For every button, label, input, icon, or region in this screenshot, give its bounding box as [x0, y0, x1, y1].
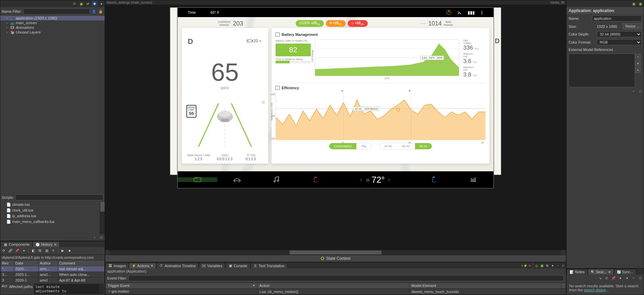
eff-cursor[interactable] [397, 108, 400, 111]
scripts-filter-input[interactable] [15, 194, 103, 200]
col-trigger[interactable]: Trigger Event ▲ [106, 283, 257, 289]
sync-icon[interactable]: ⟳ [72, 1, 77, 6]
maximize3-icon[interactable]: □ [638, 88, 643, 94]
col-comment[interactable]: Comment [58, 260, 104, 266]
toggle-view[interactable]: Consumption Trip [329, 143, 371, 150]
target-icon[interactable]: ◎ [534, 263, 539, 268]
nav-car[interactable] [217, 175, 257, 184]
tab-variables[interactable]: {x}Variables [199, 263, 225, 269]
move-icon[interactable]: ✥ [92, 1, 97, 6]
minimize-icon[interactable]: − [92, 235, 97, 240]
tab-animation-timeline[interactable]: ⏱Animation Timeline [156, 263, 199, 269]
run-icon[interactable]: ▶ [60, 248, 65, 253]
close-icon[interactable]: ✕ [608, 270, 611, 274]
tree-application[interactable]: ▹📺application (1920 x 1080) [0, 16, 105, 20]
tab-history[interactable]: 🕑History✕ [33, 241, 59, 247]
script-item[interactable]: 📄 ip_address.lua [0, 213, 105, 219]
link-icon[interactable]: ⇄ [85, 1, 91, 6]
history-icon[interactable]: ⏲ [604, 275, 609, 281]
menu2-icon[interactable]: ▾ [550, 263, 555, 268]
lock-icon[interactable]: 🔒 [98, 9, 103, 14]
pin-icon[interactable]: 📌 [14, 248, 20, 253]
events-scrollbar[interactable] [561, 283, 566, 289]
maximize-icon[interactable]: □ [99, 235, 104, 240]
tree-animations[interactable]: ▹🎞Animations [0, 25, 105, 30]
depth-select[interactable]: 32 bit (8888) [597, 31, 642, 37]
run-search-icon[interactable]: ↘ [597, 275, 603, 281]
col-action[interactable]: Action [257, 283, 409, 289]
canvas-tab-right[interactable]: media_lib [550, 1, 565, 4]
tab-images[interactable]: 🖼Images [105, 263, 129, 269]
tab-console[interactable]: ▣Console [225, 263, 250, 269]
ext-refs-list[interactable]: + ✕ ✎ [569, 54, 635, 87]
nav-seat-heat[interactable] [296, 175, 336, 184]
table-row[interactable]: *...2020-...amc...last minute adj... [1, 266, 105, 272]
name-input[interactable] [592, 15, 642, 21]
tab-actions[interactable]: ⚡Actions✕ [129, 263, 156, 269]
refresh-icon[interactable]: ⟳ [1, 248, 6, 253]
script-item[interactable]: 📄 main_menu_callbacks.lua [0, 219, 105, 225]
resize-button[interactable]: Resize ... [623, 23, 642, 29]
col-rev[interactable]: Rev [1, 260, 14, 266]
col-author[interactable]: Author [38, 260, 58, 266]
cascade4-icon[interactable]: ▣ [638, 1, 643, 6]
table-row[interactable]: ↗ gre.motion Lua: cb_menu_motion() dweeb… [106, 289, 566, 295]
tree-unused-layers[interactable]: ▹📚Unused Layers [0, 30, 105, 35]
project-tree[interactable]: ▹📺application (1920 x 1080) ▹📺main_scree… [0, 16, 105, 193]
script-item[interactable]: 📄 climate.lua [0, 202, 105, 208]
user-icon[interactable]: 👤 [91, 9, 97, 14]
tab-text-translation[interactable]: 文Text Translation [250, 263, 288, 269]
script-item[interactable]: 📄 clock_util.lua [0, 208, 105, 213]
close-icon[interactable]: ✕ [54, 243, 57, 246]
link-editor-icon[interactable]: 🔗 [8, 248, 13, 253]
format-select[interactable]: RGB [597, 39, 642, 45]
temp-down[interactable]: ‹ [360, 177, 362, 183]
collapse-icon[interactable]: ▾ [618, 275, 623, 281]
nav-music[interactable] [257, 175, 296, 184]
add-ref-button[interactable]: + [635, 54, 641, 59]
nav-apps[interactable] [178, 177, 217, 182]
pill-ac[interactable]: ❄ +15mi. [326, 20, 346, 27]
maximize4-icon[interactable]: □ [638, 275, 643, 281]
remove-ref-button[interactable]: ✕ [635, 61, 641, 66]
minimize4-icon[interactable]: − [631, 275, 636, 281]
events-table[interactable]: Trigger Event ▲ Action Model Element ↗ g… [105, 283, 566, 295]
menu3-icon[interactable]: ▾ [624, 275, 630, 281]
event-filter-input[interactable] [128, 275, 564, 281]
pill-eco[interactable]: ⊙100% +20mi. [296, 20, 324, 27]
filter-icon[interactable]: ▤ [44, 248, 49, 253]
remove-action-icon[interactable]: ✕ [527, 263, 532, 268]
stop-icon[interactable]: ■ [67, 248, 72, 253]
scripts-scrollbar[interactable] [100, 202, 105, 234]
tab-search[interactable]: 🔍Sear...✕ [588, 269, 614, 275]
minimize3-icon[interactable]: − [631, 88, 636, 94]
affected-scrollbar[interactable] [99, 284, 104, 294]
dashboard-preview[interactable]: Time 65° F ⋋ ▮▮▮ ᛒ CURRENT RANGE 203 [177, 7, 494, 188]
list-icon[interactable]: ≡ [51, 248, 56, 253]
toggle-range[interactable]: 10 mi. 20 mi. 30 mi [379, 143, 432, 150]
nav-seat-cool[interactable] [415, 175, 454, 184]
search-dialog-link[interactable]: search dialog [584, 288, 605, 292]
history-table[interactable]: Rev Date Author Comment *...2020-...amc.… [0, 260, 105, 283]
table-row[interactable]: 3...2020-1...amcl...When auto clima... [1, 272, 105, 278]
cascade2-icon[interactable]: ▣ [539, 263, 544, 268]
temp-up[interactable]: › [388, 177, 390, 183]
cascade3-icon[interactable]: ▣ [631, 1, 636, 6]
edit-ref-button[interactable]: ✎ [635, 67, 641, 73]
name-filter-input[interactable] [23, 8, 90, 14]
group-icon[interactable]: ₪ [37, 248, 43, 253]
col-model[interactable]: Model Element [409, 283, 561, 289]
scripts-list[interactable]: 📄 climate.lua 📄 clock_util.lua 📄 ip_addr… [0, 202, 105, 234]
nav-fan[interactable] [454, 175, 493, 184]
cascade-icon[interactable]: ▣ [78, 1, 84, 6]
add-action-icon[interactable]: +⚡ [522, 263, 527, 268]
state-context-button[interactable]: State Context [105, 255, 566, 262]
tab-sync[interactable]: 🔄Sync... [614, 269, 637, 275]
col-date[interactable]: Date [14, 260, 38, 266]
canvas-tab-left[interactable]: dweeb_settings (main_screen) [107, 1, 152, 4]
pin2-icon[interactable]: 📌 [611, 275, 616, 281]
minimize2-icon[interactable]: − [555, 263, 561, 268]
tab-components[interactable]: ▦Components [0, 241, 33, 247]
canvas-h-scrollbar[interactable] [105, 250, 566, 255]
menu-icon[interactable]: ▾ [99, 1, 104, 6]
